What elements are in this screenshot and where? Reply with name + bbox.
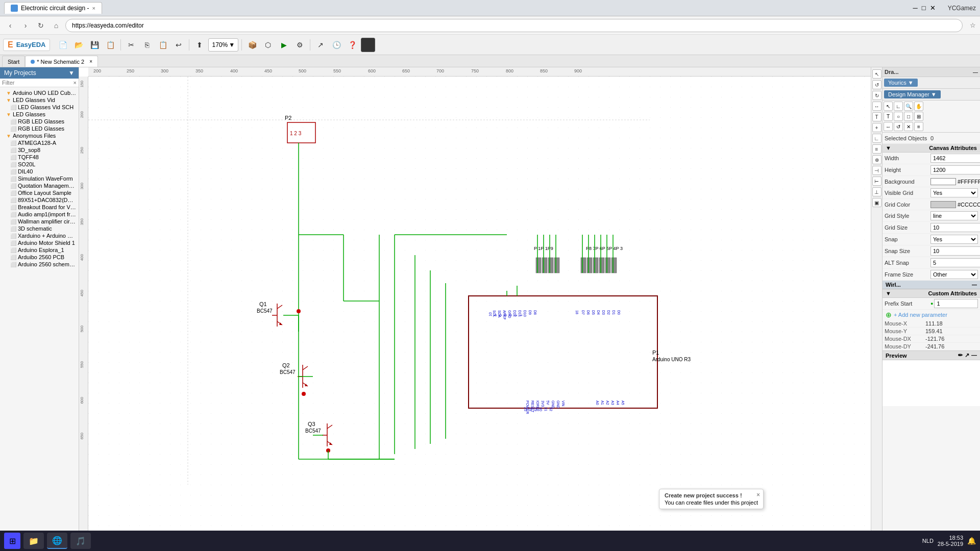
nav-home-button[interactable]: ⌂ [50, 19, 62, 32]
list-item[interactable]: ▼ LED Glasses Vid [0, 96, 79, 104]
tool-hand-btn[interactable]: ✋ [914, 102, 923, 111]
list-item[interactable]: ⬜ Simulation WaveForm [0, 175, 79, 182]
settings-button[interactable]: ⚙ [292, 38, 307, 52]
tool-group[interactable]: ▣ [872, 198, 881, 207]
list-item[interactable]: ⬜ RGB LED Glasses [0, 118, 79, 125]
taskbar-app-explorer[interactable]: 📁 [23, 533, 44, 549]
grid-size-input[interactable] [930, 223, 980, 232]
tool-align-btn[interactable]: ⊞ [914, 112, 923, 121]
bookmark-icon[interactable]: ☆ [970, 21, 976, 29]
height-input[interactable] [930, 165, 980, 174]
tool-move[interactable]: ⊕ [872, 155, 881, 164]
filter-clear-button[interactable]: × [74, 80, 77, 86]
list-item[interactable]: ⬜ RGB LED Glasses [0, 125, 79, 132]
preview-share-btn[interactable]: ↗ [965, 352, 969, 359]
export-button[interactable]: ⬆ [192, 38, 207, 52]
list-item[interactable]: ⬜ Arduibo 2560 PCB [0, 254, 79, 261]
browser-maximize-btn[interactable]: □ [922, 4, 926, 12]
tool-del-btn[interactable]: ✕ [904, 122, 913, 131]
tool-wire[interactable]: ∟ [872, 134, 881, 143]
tool-align-left[interactable]: ⊣ [872, 166, 881, 175]
tool-text[interactable]: T [872, 112, 881, 121]
grid-style-select[interactable]: line dot [930, 211, 978, 220]
address-bar[interactable] [65, 19, 963, 32]
save-button[interactable]: 💾 [87, 38, 102, 52]
tool-bus[interactable]: ≡ [872, 144, 881, 154]
tool-rect-btn[interactable]: □ [904, 112, 913, 121]
library-button[interactable]: 📦 [245, 38, 259, 52]
tool-rot2-btn[interactable]: ↺ [894, 122, 903, 131]
canvas-area[interactable]: 200 250 300 350 400 450 500 550 600 650 … [79, 67, 871, 540]
browser-close-btn[interactable]: ✕ [930, 4, 936, 12]
tool-zoom-in[interactable]: + [872, 123, 881, 132]
help-button[interactable]: ❓ [345, 38, 359, 52]
panel-collapse-btn[interactable]: — [973, 69, 978, 75]
undo-button[interactable]: ↩ [172, 38, 186, 52]
browser-tab[interactable]: Electronic circuit design - × [4, 2, 102, 14]
open-file-button[interactable]: 📂 [71, 38, 86, 52]
list-item[interactable]: ⬜ SO20L [0, 161, 79, 168]
background-color-control[interactable]: #FFFFFF [930, 178, 980, 185]
background-color-swatch[interactable] [930, 178, 956, 185]
netlist-button[interactable]: ⬡ [261, 38, 275, 52]
prefix-start-input[interactable] [934, 299, 978, 308]
save-as-button[interactable]: 📋 [103, 38, 117, 52]
tab-schematic[interactable]: * New Schematic 2 × [25, 56, 98, 67]
list-item[interactable]: ⬜ Office Layout Sample [0, 189, 79, 196]
taskbar-app-spotify[interactable]: 🎵 [70, 533, 91, 549]
cut-button[interactable]: ✂ [124, 38, 138, 52]
list-item[interactable]: ⬜ Quotation Management Flo... [0, 182, 79, 189]
paste-button[interactable]: 📋 [156, 38, 170, 52]
tab-close-icon[interactable]: × [89, 59, 92, 64]
browser-minimize-btn[interactable]: ─ [913, 4, 918, 12]
list-item[interactable]: ⬜ TQFF48 [0, 154, 79, 161]
tool-flip-h[interactable]: ↔ [872, 102, 881, 111]
list-item[interactable]: ⬜ 3D_sop8 [0, 146, 79, 154]
nav-forward-button[interactable]: › [19, 19, 32, 32]
taskbar-start-button[interactable]: ⊞ [4, 533, 20, 549]
list-item[interactable]: ⬜ Breakout Board for VS1063 [0, 204, 79, 211]
taskbar-app-chrome[interactable]: 🌐 [47, 533, 67, 549]
tool-zoom-btn[interactable]: 🔍 [904, 102, 913, 111]
preview-close-btn[interactable]: — [971, 352, 977, 359]
yourics-button[interactable]: Yourics ▼ [884, 79, 918, 87]
nav-refresh-button[interactable]: ↻ [35, 19, 47, 32]
filter-input[interactable] [2, 80, 74, 86]
list-item[interactable]: ▼ LED Glasses [0, 111, 79, 118]
tool-select-btn[interactable]: ↖ [884, 102, 893, 111]
nav-back-button[interactable]: ‹ [4, 19, 16, 32]
snap-size-input[interactable] [930, 246, 980, 256]
add-parameter-button[interactable]: ⊕ + Add new parameter [883, 310, 980, 320]
design-manager-button[interactable]: Design Manager ▼ [884, 90, 941, 98]
tool-prop-btn[interactable]: ≡ [914, 122, 923, 131]
notification-close-button[interactable]: × [756, 491, 760, 498]
wirl-collapse-btn[interactable]: — [972, 282, 977, 288]
width-input[interactable] [930, 154, 980, 163]
list-item[interactable]: ⬜ Audio amp1(import from LTS... [0, 211, 79, 218]
tool-wire-btn[interactable]: ∟ [894, 102, 903, 111]
preview-edit-btn[interactable]: ✏ [958, 352, 963, 359]
list-item[interactable]: ⬜ Arduino Esplora_1 [0, 246, 79, 254]
schematic-canvas[interactable]: P2 1 2 3 Q1 BC547 Q2 BC547 [88, 77, 871, 531]
history-button[interactable]: 🕒 [329, 38, 344, 52]
tool-flip2-btn[interactable]: ↔ [884, 122, 893, 131]
list-item[interactable]: ⬜ ATMEGA128-A [0, 139, 79, 146]
tool-distribute[interactable]: ⊥ [872, 187, 881, 196]
tool-text2-btn[interactable]: T [884, 112, 893, 121]
taskbar-notifications-icon[interactable]: 🔔 [967, 537, 976, 545]
tool-circle-btn[interactable]: ○ [894, 112, 903, 121]
list-item[interactable]: ⬜ Xarduino + Arduino UNO [0, 232, 79, 239]
list-item[interactable]: ⬜ 89X51+DAC0832(DAC)-Img [0, 196, 79, 204]
list-item[interactable]: ⬜ Wallman amplifier circuit [0, 218, 79, 225]
logo-area[interactable]: E EasyEDA [3, 39, 50, 51]
visible-grid-select[interactable]: Yes No [930, 188, 978, 197]
list-item[interactable]: ⬜ Arduino Motor Shield 1 [0, 239, 79, 246]
list-item[interactable]: ⬜ DIL40 [0, 168, 79, 175]
tab-start[interactable]: Start [2, 56, 25, 67]
panel-dropdown-icon[interactable]: ▼ [68, 69, 75, 77]
list-item[interactable]: ⬜ LED Glasses Vid SCH [0, 104, 79, 111]
alt-snap-input[interactable] [930, 258, 980, 267]
tool-align-right[interactable]: ⊢ [872, 177, 881, 186]
share-button[interactable]: ↗ [313, 38, 328, 52]
run-button[interactable]: ▶ [277, 38, 291, 52]
